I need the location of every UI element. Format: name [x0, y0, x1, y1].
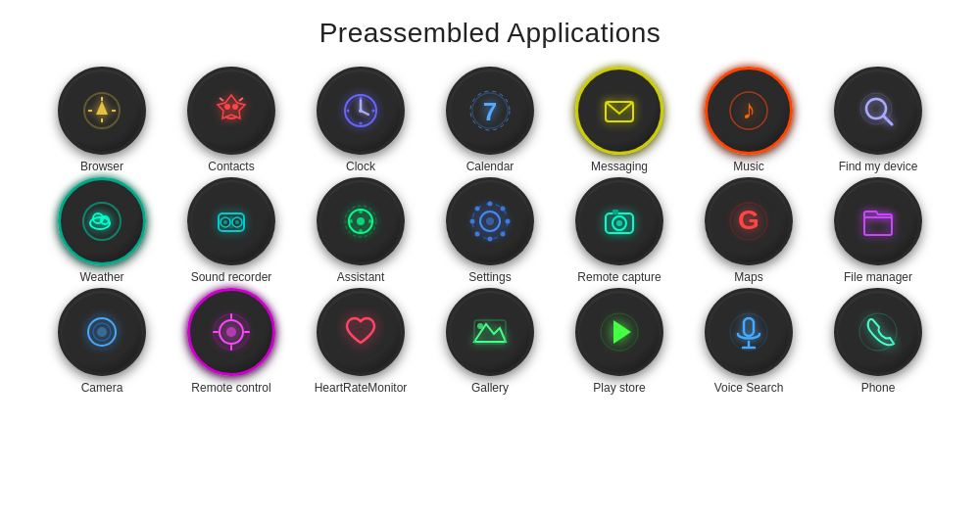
- phone-icon-bg: [834, 288, 922, 376]
- svg-point-44: [349, 219, 353, 223]
- app-finddevice[interactable]: Find my device: [816, 67, 940, 173]
- svg-point-16: [360, 122, 363, 125]
- messaging-icon-bg: [575, 67, 663, 155]
- remotecontrol-icon-bg: [187, 288, 275, 376]
- page-title: Preassembled Applications: [319, 18, 662, 49]
- app-gallery[interactable]: Gallery: [428, 288, 552, 395]
- svg-rect-63: [864, 217, 892, 235]
- settings-icon-bg: [446, 177, 534, 265]
- svg-point-56: [486, 217, 494, 225]
- svg-point-55: [501, 232, 506, 237]
- svg-point-6: [224, 104, 230, 110]
- camera-label: Camera: [81, 381, 123, 395]
- app-maps[interactable]: G Maps: [687, 177, 810, 284]
- svg-marker-1: [96, 101, 108, 115]
- svg-point-51: [506, 219, 511, 224]
- app-remotecap[interactable]: Remote capture: [558, 177, 681, 284]
- phone-icon: [855, 308, 902, 355]
- calendar-icon-bg: 7: [446, 67, 534, 155]
- playstore-label: Play store: [593, 381, 645, 395]
- svg-point-18: [372, 110, 375, 113]
- remotecap-label: Remote capture: [577, 270, 661, 284]
- finddevice-label: Find my device: [839, 160, 918, 173]
- svg-text:♪: ♪: [742, 94, 756, 124]
- gallery-icon-bg: [446, 288, 534, 376]
- app-messaging[interactable]: Messaging: [558, 67, 681, 173]
- contacts-label: Contacts: [208, 160, 254, 173]
- app-grid: Browser Contacts: [40, 67, 940, 395]
- weather-label: Weather: [79, 270, 123, 284]
- svg-line-8: [220, 98, 223, 101]
- music-icon: ♪: [725, 87, 772, 134]
- remotecontrol-icon: [208, 308, 255, 355]
- app-clock[interactable]: Clock: [299, 67, 422, 173]
- filemanager-icon-bg: [834, 177, 922, 265]
- music-label: Music: [733, 160, 763, 173]
- contacts-icon-bg: [187, 67, 275, 155]
- svg-point-48: [488, 202, 493, 207]
- heartrate-icon-bg: [317, 288, 405, 376]
- svg-marker-78: [613, 320, 631, 344]
- svg-rect-37: [229, 216, 233, 228]
- svg-point-50: [470, 219, 475, 224]
- remotecontrol-label: Remote control: [191, 381, 270, 395]
- heartrate-icon: [337, 308, 384, 355]
- app-remotecontrol[interactable]: Remote control: [170, 288, 293, 395]
- browser-icon-bg: [58, 67, 146, 155]
- svg-point-45: [368, 219, 372, 223]
- gallery-icon: [466, 308, 514, 355]
- app-phone[interactable]: Phone: [816, 288, 940, 395]
- contacts-icon: [208, 87, 255, 134]
- remotecap-icon: [596, 198, 643, 245]
- app-calendar[interactable]: 7 Calendar: [428, 67, 552, 173]
- filemanager-label: File manager: [844, 270, 912, 284]
- app-heartrate[interactable]: HeartRateMonitor: [299, 288, 422, 395]
- browser-label: Browser: [80, 160, 123, 173]
- settings-label: Settings: [468, 270, 511, 284]
- app-contacts[interactable]: Contacts: [170, 67, 293, 173]
- svg-point-43: [359, 229, 363, 233]
- clock-label: Clock: [346, 160, 375, 173]
- svg-rect-60: [612, 210, 618, 214]
- svg-point-53: [501, 207, 506, 212]
- app-filemanager[interactable]: File manager: [816, 177, 940, 284]
- remotecap-icon-bg: [575, 177, 663, 265]
- gallery-label: Gallery: [471, 381, 509, 395]
- svg-point-36: [235, 220, 239, 224]
- app-browser[interactable]: Browser: [40, 67, 164, 173]
- app-camera[interactable]: Camera: [40, 288, 164, 395]
- svg-point-69: [226, 327, 236, 337]
- messaging-label: Messaging: [591, 160, 648, 173]
- app-weather[interactable]: Weather: [40, 177, 164, 284]
- heartrate-label: HeartRateMonitor: [315, 381, 408, 395]
- app-settings[interactable]: Settings: [428, 177, 552, 284]
- app-row-2: Weather Sound recorder: [40, 177, 940, 284]
- assistant-icon-bg: [317, 177, 405, 265]
- finddevice-icon: [855, 87, 902, 134]
- svg-text:G: G: [738, 205, 760, 235]
- svg-point-41: [357, 217, 365, 225]
- voicesearch-icon: [725, 308, 772, 355]
- main-page: Preassembled Applications Browser: [0, 0, 980, 519]
- app-playstore[interactable]: Play store: [558, 288, 681, 395]
- app-soundrec[interactable]: Sound recorder: [170, 177, 293, 284]
- svg-point-42: [359, 210, 363, 213]
- soundrec-icon-bg: [187, 177, 275, 265]
- svg-rect-80: [744, 318, 754, 336]
- playstore-icon-bg: [575, 288, 663, 376]
- svg-text:7: 7: [483, 97, 497, 126]
- app-assistant[interactable]: Assistant: [299, 177, 422, 284]
- clock-icon-bg: [317, 67, 405, 155]
- browser-icon: [78, 87, 125, 134]
- app-music[interactable]: ♪ Music: [687, 67, 810, 173]
- voicesearch-icon-bg: [705, 288, 793, 376]
- svg-line-26: [884, 117, 892, 124]
- app-row-1: Browser Contacts: [40, 67, 940, 173]
- app-voicesearch[interactable]: Voice Search: [687, 288, 810, 395]
- svg-point-52: [475, 207, 480, 212]
- finddevice-icon-bg: [834, 67, 922, 155]
- calendar-label: Calendar: [466, 160, 514, 173]
- svg-point-34: [223, 220, 227, 224]
- svg-point-15: [360, 97, 363, 100]
- calendar-icon: 7: [466, 87, 514, 134]
